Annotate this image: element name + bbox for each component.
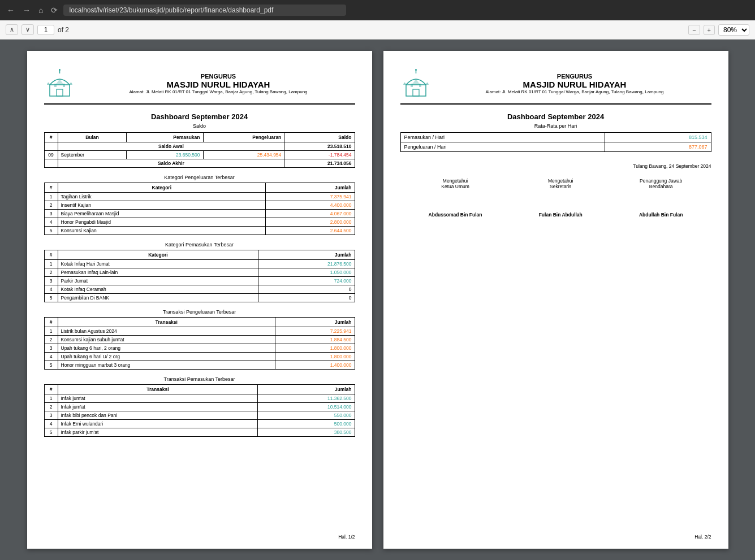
saldo-akhir-value: 21.734.056	[284, 159, 355, 168]
tp-r5-num: 5	[44, 361, 58, 370]
prev-page-button[interactable]: ∧	[6, 24, 18, 35]
dashboard-title-1: Dashboard September 2024	[44, 112, 355, 121]
header-name-1: MASJID NURUL HIDAYAH	[82, 80, 355, 89]
tp-col-num: #	[44, 318, 58, 327]
kat-pemasukan-table: # Kategori Jumlah 1 Kotak Infaq Hari Jum…	[44, 250, 355, 302]
saldo-akhir-num	[44, 159, 58, 168]
tm-row-2: 2 Infak jum'at 10.514.000	[44, 403, 355, 411]
tp-col-jumlah: Jumlah	[275, 318, 355, 327]
home-button[interactable]: ⌂	[36, 5, 45, 16]
tm-row-4: 4 Infak Erni wulandari 500.000	[44, 420, 355, 428]
kp-r3-jml: 4.067.000	[266, 210, 355, 218]
saldo-col-pemasukan: Pemasukan	[127, 133, 203, 142]
kat-pengeluaran-title: Kategori Pengeluaran Terbesar	[44, 175, 355, 180]
svg-rect-1	[57, 89, 63, 96]
refresh-button[interactable]: ⟳	[49, 5, 60, 16]
header-text-2: PENGURUS MASJID NURUL HIDAYAH Alamat: Jl…	[438, 73, 711, 94]
rata-pemasukan-value: 815.534	[605, 133, 711, 142]
kat-pengeluaran-table: # Kategori Jumlah 1 Tagihan Listrik 7.37…	[44, 183, 355, 235]
svg-point-10	[415, 69, 417, 71]
tp-row-3: 3 Upah tukang 6 hari, 2 orang 1.800.000	[44, 344, 355, 353]
sig-name-2: Fulan Bin Abdullah	[539, 212, 583, 218]
sig-title-1: MengetahuiKetua Umum	[441, 178, 469, 189]
km-r2-kat: Pemasukan Infaq Lain-lain	[58, 268, 258, 277]
zoom-out-button[interactable]: −	[688, 25, 700, 35]
km-col-num: #	[44, 250, 58, 260]
saldo-table: # Bulan Pemasukan Pengeluaran Saldo Sald…	[44, 132, 355, 168]
tm-r5-jml: 380.500	[258, 428, 355, 437]
sig-title-3: Penanggung JawabBendahara	[640, 178, 682, 189]
kp-r4-kat: Honor Pengabdi Masjid	[58, 218, 266, 227]
url-box[interactable]: localhost/lv/riset/23/bukumasjid/public/…	[63, 5, 346, 16]
header-name-2: MASJID NURUL HIDAYAH	[438, 80, 711, 89]
mosque-logo-2	[400, 68, 432, 99]
tp-r1-num: 1	[44, 327, 58, 336]
kat-pemasukan-title: Kategori Pemasukan Terbesar	[44, 242, 355, 248]
km-r3-jml: 724.000	[258, 277, 355, 285]
tp-r1-trx: Listrik bulan Agustus 2024	[58, 327, 275, 336]
kp-row-3: 3 Biaya Pemeliharaan Masjid 4.067.000	[44, 210, 355, 218]
tp-r3-jml: 1.800.000	[275, 344, 355, 353]
tp-row-1: 1 Listrik bulan Agustus 2024 7.225.941	[44, 327, 355, 336]
sig-name-1: Abdussomad Bin Fulan	[429, 212, 482, 218]
kp-col-kategori: Kategori	[58, 183, 266, 193]
saldo-row1-saldo: -1.784.454	[284, 151, 355, 159]
kp-r5-kat: Konsumsi Kajian	[58, 227, 266, 235]
zoom-in-button[interactable]: +	[704, 25, 715, 35]
rata-row-pemasukan: Pemasukan / Hari 815.534	[400, 133, 711, 142]
tm-r2-jml: 10.514.000	[258, 403, 355, 411]
tm-r1-trx: Infak jum'at	[58, 394, 258, 403]
tp-r3-trx: Upah tukang 6 hari, 2 orang	[58, 344, 275, 353]
tm-row-3: 3 Infak bibi pencok dan Pani 550.000	[44, 411, 355, 420]
tp-row-5: 5 Honor mingguan marbut 3 orang 1.400.00…	[44, 361, 355, 370]
saldo-awal-row: Saldo Awal 23.518.510	[44, 142, 355, 151]
rata-pemasukan-label: Pemasukan / Hari	[400, 133, 605, 142]
tp-r3-num: 3	[44, 344, 58, 353]
rata-pengeluaran-label: Pengeluaran / Hari	[400, 142, 605, 152]
km-r1-kat: Kotak Infaq Hari Jumat	[58, 260, 258, 268]
page-input[interactable]	[37, 25, 54, 35]
tp-row-2: 2 Konsumsi kajian subuh jum'at 1.884.500	[44, 336, 355, 344]
kp-col-jumlah: Jumlah	[266, 183, 355, 193]
sig-row: MengetahuiKetua Umum Abdussomad Bin Fula…	[400, 178, 711, 218]
page-count: of 2	[58, 26, 69, 34]
km-r4-jml: 0	[258, 285, 355, 294]
signature-area: Tulang Bawang, 24 September 2024 Mengeta…	[400, 163, 711, 218]
pdf-page-1: PENGURUS MASJID NURUL HIDAYAH Alamat: Jl…	[27, 51, 372, 549]
pdf-page-2: PENGURUS MASJID NURUL HIDAYAH Alamat: Jl…	[383, 51, 728, 549]
tm-col-num: #	[44, 385, 58, 394]
pdf-toolbar: ∧ ∨ of 2 − + 80%	[0, 20, 755, 40]
kp-r4-num: 4	[44, 218, 58, 227]
kp-r3-kat: Biaya Pemeliharaan Masjid	[58, 210, 266, 218]
rata-label: Rata-Rata per Hari	[400, 123, 711, 129]
next-page-button[interactable]: ∨	[21, 24, 34, 35]
rata-row-pengeluaran: Pengeluaran / Hari 877.067	[400, 142, 711, 152]
km-r3-kat: Parkir Jumat	[58, 277, 258, 285]
tp-r4-trx: Upah tukang 6 hari U/ 2 org	[58, 353, 275, 361]
pdf-viewer: PENGURUS MASJID NURUL HIDAYAH Alamat: Jl…	[0, 40, 755, 560]
km-r4-num: 4	[44, 285, 58, 294]
forward-button[interactable]: →	[20, 5, 33, 16]
tm-col-transaksi: Transaksi	[58, 385, 258, 394]
back-button[interactable]: ←	[5, 5, 17, 16]
dashboard-title-2: Dashboard September 2024	[400, 112, 711, 121]
sig-date: Tulang Bawang, 24 September 2024	[400, 163, 711, 169]
tm-r4-jml: 500.000	[258, 420, 355, 428]
tp-r1-jml: 7.225.941	[275, 327, 355, 336]
km-row-1: 1 Kotak Infaq Hari Jumat 21.876.500	[44, 260, 355, 268]
kp-r3-num: 3	[44, 210, 58, 218]
header-address-1: Alamat: Jl. Melati RK 01/RT 01 Tunggal W…	[82, 89, 355, 94]
saldo-row1-pengeluaran: 25.434.954	[203, 151, 284, 159]
kp-row-4: 4 Honor Pengabdi Masjid 2.800.000	[44, 218, 355, 227]
tp-r4-jml: 1.800.000	[275, 353, 355, 361]
saldo-col-num: #	[44, 133, 58, 142]
rata-table: Pemasukan / Hari 815.534 Pengeluaran / H…	[400, 132, 711, 152]
kp-r1-kat: Tagihan Listrik	[58, 193, 266, 201]
saldo-awal-label: Saldo Awal	[58, 142, 284, 151]
tp-r4-num: 4	[44, 353, 58, 361]
header-org-line-1: PENGURUS	[82, 73, 355, 80]
kp-r2-jml: 4.400.000	[266, 201, 355, 210]
saldo-label: Saldo	[44, 123, 355, 129]
kp-r1-jml: 7.375.941	[266, 193, 355, 201]
zoom-select[interactable]: 80%	[718, 24, 749, 36]
